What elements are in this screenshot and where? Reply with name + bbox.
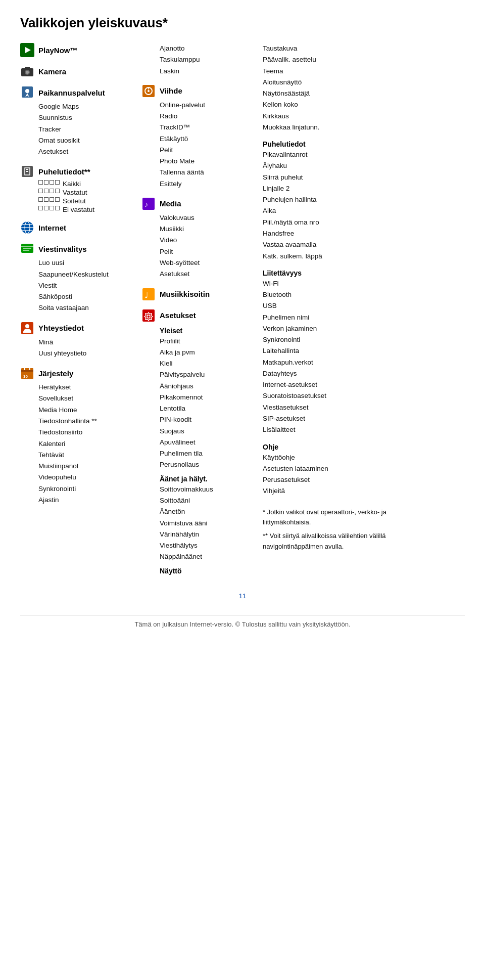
list-item: Katk. sulkem. läppä [263, 251, 414, 262]
musiikkisoitin-title: Musiikkisoitin [160, 290, 210, 298]
list-item: Aloitusnäyttö [263, 77, 414, 88]
list-item: Kellon koko [263, 99, 414, 110]
vastatut-squares: Vastatut [38, 189, 136, 196]
section-playnow: PlayNow™ [20, 43, 136, 57]
kaikki-label: Kaikki [63, 180, 81, 188]
vastatut-label: Vastatut [63, 189, 87, 196]
list-item: Pelit [160, 145, 258, 156]
list-item: Omat suosikit [38, 135, 136, 146]
sq3 [50, 180, 54, 185]
list-item: SIP-asetukset [263, 413, 414, 424]
puhelutiedot-col3-title: Puhelutiedot [263, 140, 414, 148]
section-viestinvalitys: Viestinvälitys Luo uusi Saapuneet/Keskus… [20, 242, 136, 314]
list-item: Käyttöohje [263, 452, 414, 463]
list-item: Datayhteys [263, 368, 414, 379]
sq2 [44, 189, 48, 193]
section-puhelutiedot: Puhelutiedot** Kaikki V [20, 164, 136, 213]
list-item: Lisälaitteet [263, 424, 414, 435]
music-icon: ♩ [141, 287, 156, 301]
settings-icon [141, 308, 156, 323]
list-item: Synkronointi [263, 334, 414, 345]
section-yhteystiedot: Yhteystiedot Minä Uusi yhteystieto [20, 321, 136, 360]
list-item: Online-palvelut [160, 100, 258, 111]
section-paikannuspalvelut: Paikannuspalvelut Google Maps Suunnistus… [20, 85, 136, 157]
yhteystiedot-title: Yhteystiedot [38, 324, 84, 332]
contacts-icon [20, 321, 34, 335]
list-item: Laskin [160, 66, 258, 77]
list-item: Ääniohjaus [160, 381, 258, 392]
list-item: Luo uusi [38, 257, 136, 269]
sq2 [44, 180, 48, 185]
section-internet: Internet [20, 220, 136, 235]
sq4 [55, 180, 60, 185]
list-item: Wi-Fi [263, 278, 414, 289]
list-item: Perusnollaus [160, 459, 258, 470]
svg-point-21 [25, 324, 29, 328]
list-item: Ajanotto [160, 43, 258, 54]
section-jarjestely: 30 Järjestely Herätykset Sovellukset Med… [20, 366, 136, 506]
footnote-2: ** Voit siirtyä alivalikoissa välilehtie… [263, 531, 414, 552]
ohje-items: Käyttöohje Asetusten lataaminen Perusase… [263, 452, 414, 497]
list-item: Kirkkaus [263, 111, 414, 122]
list-item: Verkon jakaminen [263, 323, 414, 334]
page-number: 11 [20, 592, 465, 600]
yhteystiedot-items: Minä Uusi yhteystieto [38, 337, 136, 360]
playnow-title: PlayNow™ [38, 46, 78, 55]
message-icon [20, 242, 34, 256]
asetukset-yleiset: Yleiset Profiilit Aika ja pvm Kieli Päiv… [160, 327, 258, 575]
list-item: Pikakomennot [160, 392, 258, 403]
list-item: Soittoääni [160, 495, 258, 506]
location-icon [20, 85, 34, 100]
list-item: Viestiasetukset [263, 402, 414, 413]
list-item: Taustakuva [263, 43, 414, 54]
list-item: Viestihälytys [160, 540, 258, 551]
list-item: Media Home [38, 405, 136, 416]
list-item: Matkapuh.verkot [263, 357, 414, 368]
section-puhelutiedot-col3: Puhelutiedot Pikavalintanrot Älyhaku Sii… [263, 140, 414, 262]
section-taustakuva: Taustakuva Päävalik. asettelu Teema Aloi… [263, 43, 414, 133]
list-item: Soita vastaajaan [38, 302, 136, 314]
list-item: Värinähälytin [160, 529, 258, 540]
sq4 [55, 197, 60, 202]
list-item: Pelit [160, 246, 258, 257]
sq3 [50, 206, 54, 210]
page-title: Valikkojen yleiskuvaus* [20, 15, 465, 31]
svg-text:♪: ♪ [144, 200, 148, 208]
sq1 [38, 197, 43, 202]
list-item: USB [263, 300, 414, 311]
list-item: Linjalle 2 [263, 183, 414, 194]
list-item: Profiilit [160, 336, 258, 347]
list-item: Taskulamppu [160, 54, 258, 65]
list-item: Photo Mate [160, 156, 258, 167]
liitettavyys-title: Liitettävyys [263, 269, 414, 277]
sq1 [38, 206, 43, 210]
list-item: Näppäinäänet [160, 551, 258, 562]
list-item: Muokkaa linjatunn. [263, 122, 414, 133]
list-item: Google Maps [38, 101, 136, 112]
list-item: Asetukset [38, 146, 136, 157]
column-1: PlayNow™ Kamera Paikannuspalvelut Google… [20, 43, 136, 513]
svg-point-30 [148, 90, 150, 92]
section-footnotes: * Jotkin valikot ovat operaattori-, verk… [263, 507, 414, 552]
list-item: Handsfree [263, 228, 414, 239]
list-item: Uusi yhteystieto [38, 348, 136, 359]
list-item: Soittovoimakkuus [160, 484, 258, 495]
svg-rect-10 [26, 171, 28, 172]
footer: Tämä on julkaisun Internet-versio. © Tul… [20, 615, 465, 628]
section-ajanotto: Ajanotto Taskulamppu Laskin [160, 43, 258, 77]
sq1 [38, 180, 43, 185]
main-layout: PlayNow™ Kamera Paikannuspalvelut Google… [20, 43, 465, 582]
liitettavyys-items: Wi-Fi Bluetooth USB Puhelimen nimi Verko… [263, 278, 414, 436]
list-item: Apuvälineet [160, 437, 258, 448]
svg-rect-9 [26, 169, 28, 170]
list-item: Web-syötteet [160, 257, 258, 269]
naytto-header: Näyttö [160, 567, 258, 575]
list-item: Äänetön [160, 506, 258, 517]
list-item: Aika ja pvm [160, 347, 258, 358]
list-item: Video [160, 235, 258, 246]
section-viihde: Viihde Online-palvelut Radio TrackID™ Et… [141, 84, 258, 190]
footnote-1: * Jotkin valikot ovat operaattori-, verk… [263, 507, 414, 528]
list-item: Tehtävät [38, 450, 136, 461]
playnow-icon [20, 43, 34, 57]
aanet-header: Äänet ja hälyt. [160, 475, 258, 483]
